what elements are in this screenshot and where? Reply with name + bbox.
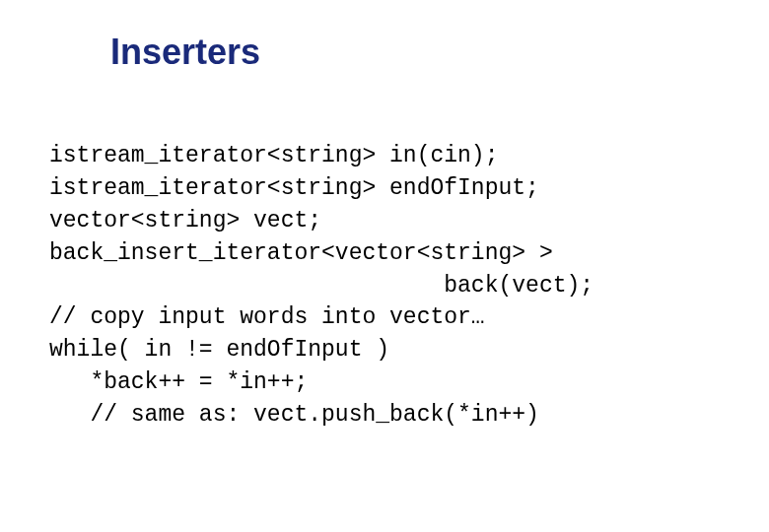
code-line: // same as: vect.push_back(*in++) xyxy=(49,402,539,428)
code-line: back_insert_iterator<vector<string> > xyxy=(49,240,553,266)
code-line: istream_iterator<string> endOfInput; xyxy=(49,175,539,201)
code-line: back(vect); xyxy=(49,273,594,299)
slide-title: Inserters xyxy=(110,32,260,73)
code-block: istream_iterator<string> in(cin); istrea… xyxy=(49,140,594,432)
code-line: *back++ = *in++; xyxy=(49,369,308,395)
code-line: istream_iterator<string> in(cin); xyxy=(49,143,498,168)
code-line: // copy input words into vector… xyxy=(49,304,485,330)
code-line: vector<string> vect; xyxy=(49,208,321,233)
code-line: while( in != endOfInput ) xyxy=(49,337,389,363)
slide: Inserters istream_iterator<string> in(ci… xyxy=(0,0,769,532)
